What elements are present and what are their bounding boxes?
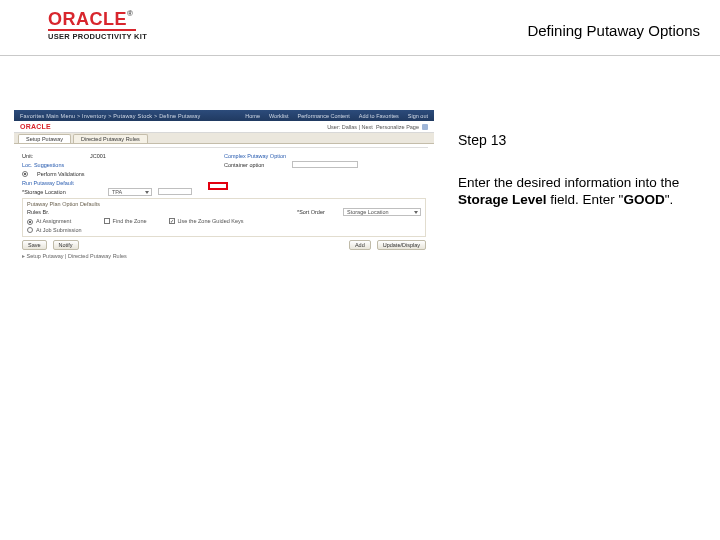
save-button[interactable]: Save: [22, 240, 47, 250]
footer-links: ▸ Setup Putaway | Directed Putaway Rules: [14, 250, 434, 259]
storage-location-label: *Storage Location: [22, 189, 102, 195]
user-label: User: Dallas | Next: [327, 124, 373, 130]
zone-guided-checkbox[interactable]: [169, 218, 175, 224]
embedded-app-screenshot: Favorites Main Menu > Inventory > Putawa…: [14, 110, 434, 270]
personalize-link[interactable]: Personalize Page: [376, 124, 419, 130]
rules-radio-assignment[interactable]: [27, 219, 33, 225]
storage-location-prefix-select[interactable]: TPA: [108, 188, 152, 196]
nav-link-home[interactable]: Home: [245, 113, 260, 119]
instruction-mid: field. Enter ": [547, 192, 624, 207]
tab-setup-putaway[interactable]: Setup Putaway: [18, 134, 71, 143]
rules-radio-job-label: At Job Submission: [36, 227, 82, 233]
find-zone-label: Find the Zone: [113, 218, 147, 224]
logo-underline: [48, 29, 136, 31]
nav-link-favorites[interactable]: Add to Favorites: [359, 113, 399, 119]
app-brand-logo: ORACLE: [20, 123, 51, 130]
sort-order-label: *Sort Order: [297, 209, 337, 215]
tab-directed-rules[interactable]: Directed Putaway Rules: [73, 134, 148, 143]
instruction-panel: Step 13 Enter the desired information in…: [458, 132, 696, 209]
container-option-label: Container option: [224, 162, 286, 168]
brand-logo: ORACLE® USER PRODUCTIVITY KIT: [48, 10, 147, 41]
find-zone-checkbox[interactable]: [104, 218, 110, 224]
app-brand-row: ORACLE User: Dallas | Next Personalize P…: [14, 121, 434, 133]
logo-subtext: USER PRODUCTIVITY KIT: [48, 32, 147, 41]
run-putaway-link[interactable]: Run Putaway Default: [22, 180, 84, 186]
navbar-links: Home Worklist Performance Content Add to…: [245, 113, 428, 119]
rules-radio-assignment-label: At Assignment: [36, 218, 71, 224]
nav-link-worklist[interactable]: Worklist: [269, 113, 288, 119]
loc-suggestions-link[interactable]: Loc. Suggestions: [22, 162, 84, 168]
instruction-post: ".: [665, 192, 674, 207]
putaway-plan-defaults-box: Putaway Plan Option Defaults Rules Br. *…: [22, 198, 426, 237]
nav-link-performance[interactable]: Performance Content: [297, 113, 349, 119]
complex-putaway-link[interactable]: Complex Putaway Option: [224, 153, 286, 159]
app-tabs: Setup Putaway Directed Putaway Rules: [14, 133, 434, 144]
perform-validations-radio[interactable]: [22, 171, 28, 177]
instruction-fieldname: Storage Level: [458, 192, 547, 207]
breadcrumb: Favorites Main Menu > Inventory > Putawa…: [20, 113, 200, 119]
update-display-button[interactable]: Update/Display: [377, 240, 426, 250]
unit-value: JC001: [90, 153, 106, 159]
form-area: Unit: JC001 Complex Putaway Option Loc. …: [14, 150, 434, 237]
divider: [20, 147, 428, 148]
rules-radio-job[interactable]: [27, 227, 33, 233]
nav-link-signout[interactable]: Sign out: [408, 113, 428, 119]
zone-guided-label: Use the Zone Guided Keys: [178, 218, 244, 224]
logo-text: ORACLE®: [48, 10, 147, 28]
sort-order-select[interactable]: Storage Location: [343, 208, 421, 216]
container-option-input[interactable]: [292, 161, 358, 168]
help-icon[interactable]: [422, 124, 428, 130]
app-navbar: Favorites Main Menu > Inventory > Putawa…: [14, 110, 434, 121]
notify-button[interactable]: Notify: [53, 240, 79, 250]
app-user-area: User: Dallas | Next Personalize Page: [327, 124, 428, 130]
rules-label: Rules Br.: [27, 209, 89, 215]
instruction-text: Enter the desired information into the S…: [458, 174, 696, 209]
page-title: Defining Putaway Options: [527, 22, 700, 39]
add-button[interactable]: Add: [349, 240, 371, 250]
perform-validations-label: Perform Validations: [37, 171, 85, 177]
instruction-pre: Enter the desired information into the: [458, 175, 679, 190]
unit-label: Unit:: [22, 153, 84, 159]
storage-level-input[interactable]: [158, 188, 192, 195]
page-header: ORACLE® USER PRODUCTIVITY KIT Defining P…: [0, 0, 720, 56]
step-number: Step 13: [458, 132, 696, 148]
instruction-value: GOOD: [623, 192, 664, 207]
action-buttons-row: Save Notify Add Update/Display: [14, 240, 434, 250]
